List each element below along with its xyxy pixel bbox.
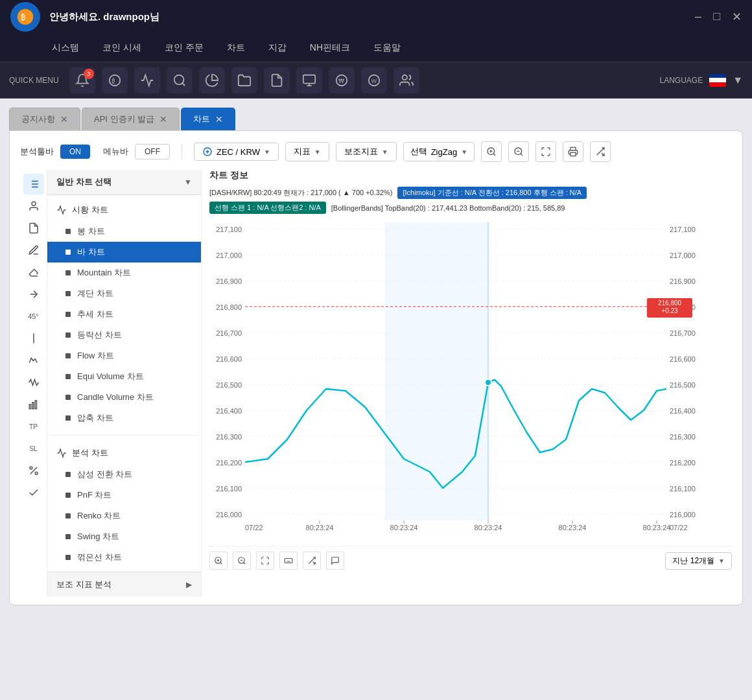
item-updown-chart[interactable]: 등락선 차트 bbox=[47, 325, 201, 345]
zoom-in-btn[interactable] bbox=[481, 141, 502, 162]
tool-percent-btn[interactable] bbox=[23, 460, 44, 481]
chart-icon-btn[interactable] bbox=[134, 67, 160, 93]
print-btn[interactable] bbox=[563, 141, 583, 162]
item-samsung-chart[interactable]: 삼성 전환 차트 bbox=[47, 464, 201, 485]
notification-icon-btn[interactable]: 3 bbox=[69, 67, 95, 93]
w-icon-btn[interactable]: W bbox=[361, 67, 387, 93]
chart-zoom-out-btn[interactable] bbox=[233, 552, 251, 570]
tab-chart-close[interactable]: ✕ bbox=[215, 114, 223, 124]
tool-cursor-btn[interactable] bbox=[23, 174, 44, 194]
language-label: LANGUAGE bbox=[659, 76, 703, 85]
maximize-btn[interactable]: □ bbox=[713, 10, 720, 24]
nav-coin-order[interactable]: 코인 주문 bbox=[165, 42, 204, 54]
tool-doc-btn[interactable] bbox=[23, 218, 44, 239]
folder-icon-btn[interactable] bbox=[231, 67, 257, 93]
item-stairs-chart[interactable]: 계단 차트 bbox=[47, 283, 201, 304]
tool-eraser-btn[interactable] bbox=[23, 262, 44, 283]
tool-sl-btn[interactable]: SL bbox=[23, 438, 44, 459]
close-btn[interactable]: ✕ bbox=[732, 10, 742, 24]
tool-person-btn[interactable] bbox=[23, 196, 44, 216]
nav-system[interactable]: 시스템 bbox=[52, 42, 79, 54]
item-flow-chart[interactable]: Flow 차트 bbox=[47, 345, 201, 366]
exchange-icon-btn[interactable]: ₩ bbox=[329, 67, 355, 93]
tool-pencil-btn[interactable] bbox=[23, 240, 44, 261]
tool-tp-btn[interactable]: TP bbox=[23, 416, 44, 437]
svg-text:216,300: 216,300 bbox=[670, 433, 696, 441]
svg-text:216,200: 216,200 bbox=[216, 459, 242, 467]
chart-zoom-in-btn[interactable] bbox=[209, 552, 228, 570]
chart-fullscreen-btn[interactable] bbox=[256, 552, 274, 570]
indicator-analysis-footer[interactable]: 보조 지표 분석 ▶ bbox=[47, 572, 201, 597]
bitcoin-icon-btn[interactable]: ₿ bbox=[102, 67, 128, 93]
tool-zigzag-btn[interactable] bbox=[23, 372, 44, 393]
chart-comment-btn[interactable] bbox=[326, 552, 344, 570]
tool-bar-chart-btn[interactable] bbox=[23, 394, 44, 415]
tab-api[interactable]: API 인증키 발급 ✕ bbox=[82, 108, 180, 130]
svg-text:216,200: 216,200 bbox=[670, 459, 696, 467]
toggle-on-btn[interactable]: ON bbox=[60, 145, 90, 159]
fullscreen-btn[interactable] bbox=[535, 141, 556, 162]
search-icon-btn[interactable] bbox=[167, 67, 193, 93]
pie-icon-btn[interactable] bbox=[199, 67, 225, 93]
item-bar-chart[interactable]: 바 차트 bbox=[47, 242, 201, 262]
tool-pin-btn[interactable] bbox=[23, 328, 44, 349]
nav-nh[interactable]: NH핀테크 bbox=[310, 42, 350, 54]
indicator-selector[interactable]: 지표 ▼ bbox=[285, 142, 329, 161]
item-pnf-chart[interactable]: PnF 차트 bbox=[47, 485, 201, 506]
sub-indicator-selector[interactable]: 보조지표 ▼ bbox=[336, 142, 397, 161]
svg-point-39 bbox=[35, 472, 38, 474]
item-line-chart[interactable]: 꺾은선 차트 bbox=[47, 547, 201, 568]
tab-chart[interactable]: 차트 ✕ bbox=[181, 108, 235, 130]
svg-rect-36 bbox=[35, 401, 36, 409]
item-mountain-chart[interactable]: Mountain 차트 bbox=[47, 262, 201, 283]
period-selector[interactable]: 지난 12개월 ▼ bbox=[665, 552, 732, 570]
section-market-label: 시황 차트 bbox=[72, 204, 108, 216]
item-compress-chart[interactable]: 압축 차트 bbox=[47, 408, 201, 428]
svg-rect-76 bbox=[384, 222, 488, 520]
language-dropdown-arrow[interactable]: ▼ bbox=[733, 75, 743, 86]
svg-text:₿: ₿ bbox=[112, 76, 115, 84]
nav-help[interactable]: 도움말 bbox=[373, 42, 401, 54]
people-icon-btn[interactable] bbox=[394, 67, 419, 93]
item-bong-chart[interactable]: 봉 차트 bbox=[47, 221, 201, 242]
tool-arrow-btn[interactable] bbox=[23, 284, 44, 305]
monitor-icon-btn[interactable] bbox=[296, 67, 322, 93]
item-renko-chart[interactable]: Renko 차트 bbox=[47, 506, 201, 526]
zoom-out-btn[interactable] bbox=[508, 141, 529, 162]
item-trend-chart[interactable]: 추세 차트 bbox=[47, 304, 201, 325]
tool-check-btn[interactable] bbox=[23, 482, 44, 503]
chart-type-header[interactable]: 일반 차트 선택 ▼ bbox=[47, 170, 201, 195]
svg-text:216,100: 216,100 bbox=[670, 485, 696, 493]
menu-bar-label: 메뉴바 bbox=[103, 146, 128, 158]
svg-text:₿: ₿ bbox=[21, 13, 25, 22]
item-swing-chart[interactable]: Swing 차트 bbox=[47, 526, 201, 547]
svg-text:07/22: 07/22 bbox=[670, 524, 688, 531]
toggle-off-btn[interactable]: OFF bbox=[135, 144, 170, 159]
minimize-btn[interactable]: – bbox=[695, 10, 701, 24]
language-flag bbox=[709, 74, 726, 87]
zigzag-selector[interactable]: 선택 ZigZag ▼ bbox=[403, 142, 475, 161]
nav-chart[interactable]: 차트 bbox=[227, 42, 245, 54]
tab-notices[interactable]: 공지사항 ✕ bbox=[9, 108, 80, 130]
svg-text:80:23:24: 80:23:24 bbox=[559, 524, 587, 531]
svg-text:217,000: 217,000 bbox=[670, 251, 696, 259]
item-candlevol-chart[interactable]: Candle Volume 차트 bbox=[47, 387, 201, 408]
doc-icon-btn[interactable] bbox=[264, 67, 290, 93]
section-analysis-chart[interactable]: 분석 차트 bbox=[47, 442, 201, 464]
chart-shuffle-btn[interactable] bbox=[303, 552, 321, 570]
section-market-chart[interactable]: 시황 차트 bbox=[47, 199, 201, 221]
nav-coin-price[interactable]: 코인 시세 bbox=[102, 42, 141, 54]
svg-text:+0.23: +0.23 bbox=[661, 307, 678, 314]
tab-api-close[interactable]: ✕ bbox=[159, 114, 167, 124]
nav-wallet[interactable]: 지갑 bbox=[268, 42, 287, 54]
dropdown-arrow-icon: ▼ bbox=[184, 178, 192, 187]
pair-selector[interactable]: ZEC / KRW ▼ bbox=[194, 143, 279, 161]
tool-wave-btn[interactable] bbox=[23, 350, 44, 371]
shuffle-btn[interactable] bbox=[590, 141, 611, 162]
tab-notices-close[interactable]: ✕ bbox=[60, 114, 68, 124]
tool-angle-btn[interactable]: 45° bbox=[23, 306, 44, 327]
svg-line-5 bbox=[182, 83, 185, 86]
chart-keyboard-btn[interactable] bbox=[279, 552, 298, 570]
item-equivol-chart[interactable]: Equi Volume 차트 bbox=[47, 366, 201, 387]
svg-point-38 bbox=[30, 467, 32, 469]
